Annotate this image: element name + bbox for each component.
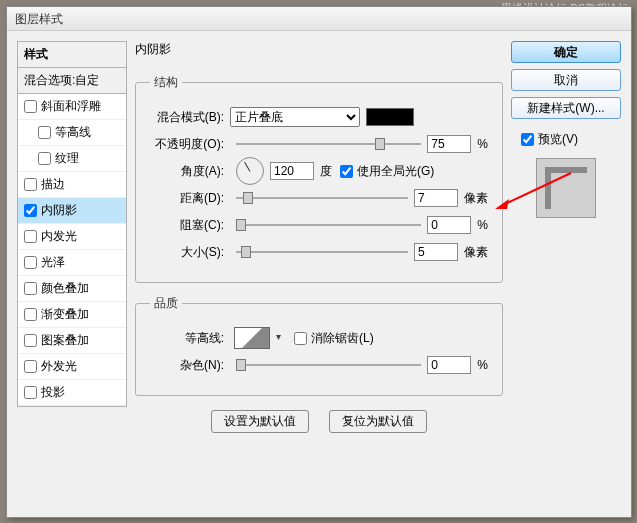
global-light-checkbox[interactable] <box>340 165 353 178</box>
style-item[interactable]: 外发光 <box>18 354 126 380</box>
dialog-buttons-panel: 确定 取消 新建样式(W)... 预览(V) <box>511 41 621 507</box>
angle-input[interactable] <box>270 162 314 180</box>
style-item-checkbox[interactable] <box>24 282 37 295</box>
style-item-checkbox[interactable] <box>24 308 37 321</box>
style-item-label: 纹理 <box>55 150 79 167</box>
default-buttons-row: 设置为默认值 复位为默认值 <box>135 410 503 433</box>
style-item-label: 渐变叠加 <box>41 306 89 323</box>
style-item[interactable]: 图案叠加 <box>18 328 126 354</box>
style-item[interactable]: 光泽 <box>18 250 126 276</box>
style-item[interactable]: 内阴影 <box>18 198 126 224</box>
panel-title: 内阴影 <box>135 41 503 58</box>
style-item-checkbox[interactable] <box>24 334 37 347</box>
blend-options-row[interactable]: 混合选项:自定 <box>17 67 127 94</box>
size-label: 大小(S): <box>150 244 230 261</box>
quality-legend: 品质 <box>150 295 182 312</box>
size-slider[interactable] <box>236 251 408 253</box>
style-item[interactable]: 内发光 <box>18 224 126 250</box>
new-style-button[interactable]: 新建样式(W)... <box>511 97 621 119</box>
antialias-checkbox[interactable] <box>294 332 307 345</box>
style-item-checkbox[interactable] <box>24 230 37 243</box>
ok-button[interactable]: 确定 <box>511 41 621 63</box>
global-light-label: 使用全局光(G) <box>357 163 434 180</box>
opacity-unit: % <box>477 137 488 151</box>
choke-label: 阻塞(C): <box>150 217 230 234</box>
contour-picker[interactable] <box>234 327 270 349</box>
opacity-slider[interactable] <box>236 143 421 145</box>
distance-input[interactable] <box>414 189 458 207</box>
style-item-checkbox[interactable] <box>24 178 37 191</box>
choke-slider[interactable] <box>236 224 421 226</box>
reset-default-button[interactable]: 复位为默认值 <box>329 410 427 433</box>
antialias-label: 消除锯齿(L) <box>311 330 374 347</box>
noise-input[interactable] <box>427 356 471 374</box>
style-item-label: 斜面和浮雕 <box>41 98 101 115</box>
style-item[interactable]: 渐变叠加 <box>18 302 126 328</box>
quality-group: 品质 等高线: 消除锯齿(L) 杂色(N): % <box>135 295 503 396</box>
styles-list-panel: 样式 混合选项:自定 斜面和浮雕等高线纹理描边内阴影内发光光泽颜色叠加渐变叠加图… <box>17 41 127 507</box>
style-item[interactable]: 纹理 <box>18 146 126 172</box>
style-item[interactable]: 等高线 <box>18 120 126 146</box>
blend-mode-label: 混合模式(B): <box>150 109 230 126</box>
noise-label: 杂色(N): <box>150 357 230 374</box>
style-item-label: 图案叠加 <box>41 332 89 349</box>
style-item-label: 光泽 <box>41 254 65 271</box>
style-item-label: 内发光 <box>41 228 77 245</box>
style-item-label: 投影 <box>41 384 65 401</box>
noise-slider[interactable] <box>236 364 421 366</box>
choke-unit: % <box>477 218 488 232</box>
dialog-titlebar[interactable]: 图层样式 <box>7 7 631 31</box>
style-item-checkbox[interactable] <box>24 386 37 399</box>
preview-checkbox[interactable] <box>521 133 534 146</box>
style-item[interactable]: 投影 <box>18 380 126 406</box>
structure-legend: 结构 <box>150 74 182 91</box>
layer-style-dialog: 图层样式 样式 混合选项:自定 斜面和浮雕等高线纹理描边内阴影内发光光泽颜色叠加… <box>6 6 632 518</box>
distance-unit: 像素 <box>464 190 488 207</box>
style-list: 斜面和浮雕等高线纹理描边内阴影内发光光泽颜色叠加渐变叠加图案叠加外发光投影 <box>17 94 127 407</box>
blend-mode-select[interactable]: 正片叠底 <box>230 107 360 127</box>
style-item[interactable]: 颜色叠加 <box>18 276 126 302</box>
contour-label: 等高线: <box>150 330 230 347</box>
preview-label: 预览(V) <box>538 131 578 148</box>
preview-thumbnail <box>536 158 596 218</box>
distance-label: 距离(D): <box>150 190 230 207</box>
set-default-button[interactable]: 设置为默认值 <box>211 410 309 433</box>
opacity-label: 不透明度(O): <box>150 136 230 153</box>
choke-input[interactable] <box>427 216 471 234</box>
style-item-checkbox[interactable] <box>24 204 37 217</box>
style-item-checkbox[interactable] <box>38 152 51 165</box>
style-item-label: 内阴影 <box>41 202 77 219</box>
dialog-title: 图层样式 <box>15 12 63 26</box>
angle-dial[interactable] <box>236 157 264 185</box>
style-item-label: 外发光 <box>41 358 77 375</box>
distance-slider[interactable] <box>236 197 408 199</box>
style-item-checkbox[interactable] <box>24 100 37 113</box>
style-item-checkbox[interactable] <box>38 126 51 139</box>
size-unit: 像素 <box>464 244 488 261</box>
style-item[interactable]: 斜面和浮雕 <box>18 94 126 120</box>
style-item-checkbox[interactable] <box>24 256 37 269</box>
styles-header[interactable]: 样式 <box>17 41 127 67</box>
style-item-checkbox[interactable] <box>24 360 37 373</box>
style-item[interactable]: 描边 <box>18 172 126 198</box>
style-item-label: 描边 <box>41 176 65 193</box>
angle-label: 角度(A): <box>150 163 230 180</box>
shadow-color-swatch[interactable] <box>366 108 414 126</box>
settings-panel: 内阴影 结构 混合模式(B): 正片叠底 不透明度(O): % <box>135 41 503 507</box>
style-item-label: 颜色叠加 <box>41 280 89 297</box>
structure-group: 结构 混合模式(B): 正片叠底 不透明度(O): % 角度(A): <box>135 74 503 283</box>
noise-unit: % <box>477 358 488 372</box>
opacity-input[interactable] <box>427 135 471 153</box>
cancel-button[interactable]: 取消 <box>511 69 621 91</box>
size-input[interactable] <box>414 243 458 261</box>
angle-unit: 度 <box>320 163 332 180</box>
style-item-label: 等高线 <box>55 124 91 141</box>
